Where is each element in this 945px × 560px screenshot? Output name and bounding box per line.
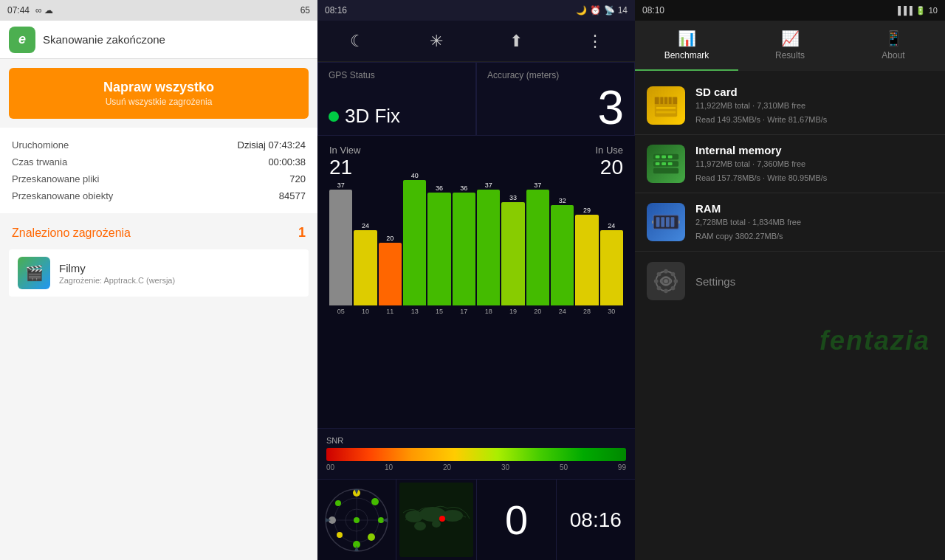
scan-row-1: Czas trwania 00:00:38 bbox=[12, 153, 306, 170]
bar-col-20: 3720 bbox=[526, 182, 549, 315]
bar-col-18: 3718 bbox=[477, 182, 500, 315]
svg-point-52 bbox=[664, 288, 668, 293]
battery-bm: 10 bbox=[929, 6, 938, 15]
ram-line2: RAM copy 3802.27MB/s bbox=[695, 230, 933, 243]
svg-rect-35 bbox=[653, 168, 678, 174]
sd-card-item[interactable]: SD card 11,922MB total · 7,310MB free Re… bbox=[635, 77, 945, 135]
bar-rect-20 bbox=[526, 190, 549, 305]
scan-row-0: Uruchomione Dzisiaj 07:43:24 bbox=[12, 136, 306, 153]
bar-value-05: 37 bbox=[337, 182, 345, 189]
threat-icon: 🎬 bbox=[18, 257, 50, 289]
scan-row-3: Przeskanowane obiekty 84577 bbox=[12, 187, 306, 204]
gps-current-time: 08:16 bbox=[570, 508, 622, 532]
app-header-av: e Skanowanie zakończone bbox=[0, 21, 317, 59]
bar-label-28: 28 bbox=[583, 308, 591, 315]
svg-point-24 bbox=[439, 516, 445, 522]
sd-card-icon bbox=[647, 86, 685, 125]
ram-icon-svg bbox=[652, 208, 680, 236]
svg-rect-29 bbox=[669, 97, 672, 105]
speed-cell: 0 bbox=[477, 480, 556, 560]
tab-about-label: About bbox=[882, 50, 904, 61]
internal-memory-line1: 11,972MB total · 7,360MB free bbox=[695, 158, 933, 170]
bar-col-24: 3224 bbox=[551, 197, 574, 315]
bar-label-18: 18 bbox=[485, 308, 492, 315]
gps-accuracy-label: Accuracy (meters) bbox=[487, 70, 624, 80]
svg-point-6 bbox=[371, 498, 379, 505]
ram-info: RAM 2,728MB total · 1,834MB free RAM cop… bbox=[695, 202, 933, 242]
bar-rect-10 bbox=[354, 230, 377, 305]
bar-value-18: 37 bbox=[485, 182, 492, 189]
svg-rect-36 bbox=[656, 156, 660, 159]
gps-bottom-row: 0 08:16 bbox=[317, 479, 635, 560]
sd-icon-svg bbox=[652, 91, 680, 120]
scan-label-0: Uruchomione bbox=[12, 139, 69, 151]
sun-button[interactable]: ✳ bbox=[418, 23, 455, 60]
bar-col-30: 2430 bbox=[600, 222, 623, 315]
settings-icon bbox=[647, 262, 685, 300]
app-logo-av: e bbox=[9, 27, 35, 53]
fix-all-subtitle: Usuń wszystkie zagrożenia bbox=[21, 97, 297, 107]
bar-rect-28 bbox=[575, 215, 598, 305]
snr-bar bbox=[326, 448, 626, 461]
bar-rect-13 bbox=[403, 180, 426, 305]
bar-value-30: 24 bbox=[608, 222, 615, 229]
scan-label-1: Czas trwania bbox=[12, 156, 67, 167]
gps-status-value: 3D Fix bbox=[329, 105, 465, 128]
svg-rect-46 bbox=[671, 217, 675, 227]
settings-item[interactable]: Settings bbox=[635, 252, 945, 311]
scan-val-3: 84577 bbox=[279, 190, 306, 201]
scan-label-3: Przeskanowane obiekty bbox=[12, 190, 113, 201]
about-tab-icon: 📱 bbox=[884, 30, 903, 47]
svg-point-57 bbox=[671, 272, 676, 277]
tab-results[interactable]: 📈 Results bbox=[738, 21, 842, 71]
svg-rect-41 bbox=[668, 162, 673, 165]
antivirus-panel: 07:44 ∞ ☁ 65 e Skanowanie zakończone Nap… bbox=[0, 0, 317, 560]
svg-point-55 bbox=[657, 272, 662, 277]
bar-rect-11 bbox=[379, 243, 402, 305]
moon-button[interactable]: ☾ bbox=[339, 23, 376, 60]
time-gps: 08:16 bbox=[325, 5, 347, 15]
tab-about[interactable]: 📱 About bbox=[842, 21, 945, 71]
sd-card-info: SD card 11,922MB total · 7,310MB free Re… bbox=[695, 86, 933, 125]
svg-point-21 bbox=[442, 510, 463, 522]
bar-rect-15 bbox=[427, 193, 450, 305]
threats-count: 1 bbox=[298, 225, 306, 241]
gps-panel: 08:16 🌙 ⏰ 📡 14 ☾ ✳ ⬆ ⋮ GPS Status 3D Fix… bbox=[317, 0, 635, 560]
snr-section: SNR 00 10 20 30 50 99 bbox=[317, 428, 635, 479]
status-bar-av: 07:44 ∞ ☁ 65 bbox=[0, 0, 317, 21]
watermark: fentazia bbox=[635, 311, 945, 371]
threats-section: Znaleziono zagrożenia 1 bbox=[0, 216, 317, 249]
status-bar-gps: 08:16 🌙 ⏰ 📡 14 bbox=[317, 0, 635, 21]
threat-item[interactable]: 🎬 Filmy Zagrożenie: Apptrack.C (wersja) bbox=[9, 249, 309, 297]
fix-all-title: Napraw wszystko bbox=[21, 80, 297, 95]
bar-rect-30 bbox=[600, 230, 623, 305]
bar-col-11: 2011 bbox=[379, 235, 402, 315]
time-av: 07:44 bbox=[7, 5, 30, 15]
gear-icon bbox=[652, 267, 680, 295]
bar-value-13: 40 bbox=[411, 172, 419, 179]
svg-point-22 bbox=[414, 522, 426, 530]
ram-item[interactable]: RAM 2,728MB total · 1,834MB free RAM cop… bbox=[635, 193, 945, 252]
internal-memory-item[interactable]: Internal memory 11,972MB total · 7,360MB… bbox=[635, 135, 945, 193]
gps-accuracy-value: 3 bbox=[487, 80, 624, 135]
gps-toolbar: ☾ ✳ ⬆ ⋮ bbox=[317, 21, 635, 62]
bar-rect-24 bbox=[551, 205, 574, 305]
fix-all-button[interactable]: Napraw wszystko Usuń wszystkie zagrożeni… bbox=[9, 68, 309, 119]
bar-label-19: 19 bbox=[509, 308, 517, 315]
menu-button[interactable]: ⋮ bbox=[577, 23, 614, 60]
internal-memory-icon bbox=[647, 145, 685, 183]
gps-status-row: GPS Status 3D Fix Accuracy (meters) 3 bbox=[317, 62, 635, 136]
in-view-label: In View bbox=[329, 145, 360, 156]
svg-rect-45 bbox=[666, 217, 670, 227]
threats-label: Znaleziono zagrożenia bbox=[12, 227, 131, 240]
svg-rect-28 bbox=[664, 97, 667, 105]
bar-label-05: 05 bbox=[337, 308, 345, 315]
benchmark-panel: 08:10 ▐▐▐ 🔋 10 📊 Benchmark 📈 Results 📱 A… bbox=[635, 0, 945, 560]
status-bar-right-av: 65 bbox=[300, 5, 310, 15]
tab-benchmark[interactable]: 📊 Benchmark bbox=[635, 21, 738, 71]
bar-rect-05 bbox=[329, 190, 352, 305]
share-button[interactable]: ⬆ bbox=[498, 23, 535, 60]
bar-value-19: 33 bbox=[509, 194, 517, 201]
svg-rect-47 bbox=[652, 221, 653, 224]
svg-point-23 bbox=[432, 520, 441, 528]
